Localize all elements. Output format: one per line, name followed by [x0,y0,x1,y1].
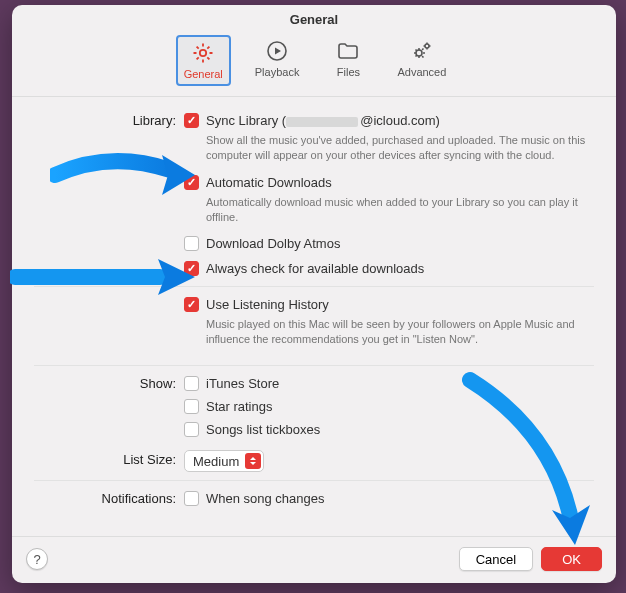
show-section-label: Show: [34,374,184,391]
tab-label: Advanced [397,66,446,78]
list-size-select[interactable]: Medium [184,450,264,472]
gears-icon [410,39,434,63]
itunes-store-checkbox[interactable] [184,376,199,391]
automatic-downloads-label: Automatic Downloads [206,175,332,190]
preferences-window: General General Playback [12,5,616,583]
dolby-atmos-checkbox[interactable] [184,236,199,251]
help-button[interactable]: ? [26,548,48,570]
star-ratings-label: Star ratings [206,399,272,414]
tab-advanced[interactable]: Advanced [391,35,452,86]
sync-library-desc: Show all the music you've added, purchas… [206,133,594,163]
separator [34,286,594,287]
ok-button[interactable]: OK [541,547,602,571]
list-size-value: Medium [193,454,239,469]
sync-library-checkbox[interactable] [184,113,199,128]
folder-icon [336,39,360,63]
song-changes-checkbox[interactable] [184,491,199,506]
separator [34,480,594,481]
gear-icon [191,41,215,65]
svg-point-0 [200,50,206,56]
star-ratings-checkbox[interactable] [184,399,199,414]
library-section-label: Library: [34,111,184,128]
tab-label: Files [337,66,360,78]
song-changes-label: When song changes [206,491,325,506]
preferences-toolbar: General Playback Files [12,27,616,97]
separator [34,365,594,366]
automatic-downloads-desc: Automatically download music when added … [206,195,594,225]
tab-files[interactable]: Files [323,35,373,86]
tickboxes-checkbox[interactable] [184,422,199,437]
dialog-footer: ? Cancel OK [12,536,616,583]
listening-history-desc: Music played on this Mac will be seen by… [206,317,594,347]
tab-playback[interactable]: Playback [249,35,306,86]
svg-point-3 [425,44,429,48]
listening-history-label: Use Listening History [206,297,329,312]
tab-general[interactable]: General [176,35,231,86]
sync-library-label: Sync Library (@icloud.com) [206,113,440,128]
listening-history-checkbox[interactable] [184,297,199,312]
cancel-button[interactable]: Cancel [459,547,533,571]
automatic-downloads-checkbox[interactable] [184,175,199,190]
always-check-downloads-label: Always check for available downloads [206,261,424,276]
tab-label: General [184,68,223,80]
notifications-section-label: Notifications: [34,489,184,506]
list-size-label: List Size: [34,450,184,467]
itunes-store-label: iTunes Store [206,376,279,391]
tab-label: Playback [255,66,300,78]
play-circle-icon [265,39,289,63]
window-title: General [12,5,616,27]
tickboxes-label: Songs list tickboxes [206,422,320,437]
preferences-content: Library: Sync Library (@icloud.com) Show… [12,97,616,536]
always-check-downloads-checkbox[interactable] [184,261,199,276]
dolby-atmos-label: Download Dolby Atmos [206,236,340,251]
chevron-up-down-icon [245,453,261,469]
redacted-email [286,117,358,127]
